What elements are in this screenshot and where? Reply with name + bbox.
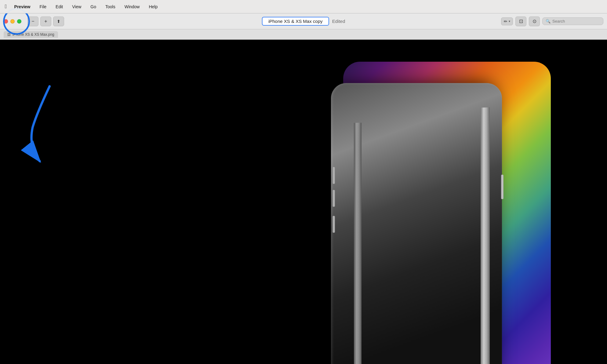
markup-button[interactable]: ✏ ▾ — [501, 17, 513, 25]
tab-file-icon: 🖼 — [7, 33, 11, 36]
pencil-chevron-icon: ▾ — [509, 20, 510, 23]
menubar-item-preview[interactable]: Preview — [13, 4, 32, 10]
phone-side-detail-1 — [481, 107, 490, 364]
tab-bar: 🖼 iPhone XS & XS Max.png — [0, 29, 607, 40]
search-bar: 🔍 — [542, 17, 603, 25]
window-title-input[interactable] — [262, 17, 329, 26]
menubar-item-go[interactable]: Go — [89, 4, 98, 10]
volume-button-1 — [333, 167, 335, 184]
traffic-lights — [4, 19, 21, 24]
share-icon: ⬆ — [57, 19, 60, 24]
toolbar-right: ✏ ▾ ⊡ ⊙ 🔍 — [501, 16, 603, 26]
close-button[interactable] — [4, 19, 8, 24]
phone-side-detail-2 — [354, 123, 362, 364]
preview-window: − + ⬆ Edited ✏ ▾ ⊡ ⊙ — [0, 13, 607, 364]
edited-label: Edited — [332, 19, 345, 24]
volume-button-2 — [333, 190, 335, 207]
find-icon: ⊙ — [532, 18, 536, 24]
zoom-out-button[interactable]: − — [27, 16, 38, 26]
apple-menu-icon[interactable]:  — [5, 3, 7, 10]
menubar-item-view[interactable]: View — [70, 4, 83, 10]
menubar:  Preview File Edit View Go Tools Window… — [0, 0, 607, 13]
zoom-out-icon: − — [31, 19, 34, 24]
search-annotate-button[interactable]: ⊙ — [529, 16, 540, 26]
zoom-in-button[interactable]: + — [40, 16, 51, 26]
crop-icon: ⊡ — [519, 18, 523, 24]
pencil-icon: ✏ — [504, 19, 507, 24]
search-input[interactable] — [552, 19, 600, 24]
menubar-item-tools[interactable]: Tools — [104, 4, 117, 10]
window-title-area: Edited — [262, 17, 345, 26]
power-button — [501, 175, 503, 199]
menubar-item-file[interactable]: File — [38, 4, 49, 10]
zoom-in-icon: + — [44, 19, 47, 24]
tab-iphone-png[interactable]: 🖼 iPhone XS & XS Max.png — [4, 31, 58, 38]
minimize-button[interactable] — [10, 19, 15, 24]
toolbar-left: − + ⬆ — [27, 16, 64, 26]
menubar-item-window[interactable]: Window — [123, 4, 142, 10]
crop-button[interactable]: ⊡ — [515, 16, 526, 26]
share-button[interactable]: ⬆ — [53, 16, 64, 26]
menubar-item-edit[interactable]: Edit — [54, 4, 65, 10]
image-area — [0, 40, 607, 364]
iphone-image — [276, 46, 551, 364]
volume-button-3 — [333, 216, 335, 233]
titlebar: − + ⬆ Edited ✏ ▾ ⊡ ⊙ — [0, 13, 607, 29]
search-icon: 🔍 — [546, 19, 551, 24]
menubar-item-help[interactable]: Help — [147, 4, 159, 10]
tab-label: iPhone XS & XS Max.png — [13, 32, 54, 37]
maximize-button[interactable] — [17, 19, 21, 24]
